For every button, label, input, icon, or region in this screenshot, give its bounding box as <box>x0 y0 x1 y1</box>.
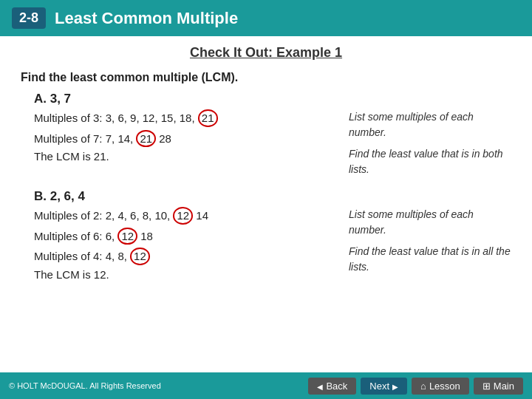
copyright-text: © HOLT McDOUGAL. All Rights Reserved <box>9 381 161 390</box>
circled-12-b: 12 <box>117 228 137 245</box>
part-a-line1: Multiples of 3: 3, 6, 9, 12, 15, 18, 21 <box>34 109 341 127</box>
next-arrow-icon <box>392 381 398 392</box>
part-a-note1: List some multiples of each number. <box>349 109 511 140</box>
next-button[interactable]: Next <box>361 378 407 395</box>
part-b-left: Multiples of 2: 2, 4, 6, 8, 10, 12 14 Mu… <box>21 207 341 284</box>
section-title: Check It Out: Example 1 <box>21 45 511 61</box>
part-a-left: Multiples of 3: 3, 6, 9, 12, 15, 18, 21 … <box>21 109 341 183</box>
footer: © HOLT McDOUGAL. All Rights Reserved Bac… <box>0 372 532 399</box>
part-a-right: List some multiples of each number. Find… <box>341 109 511 183</box>
back-arrow-icon <box>317 381 323 392</box>
back-button[interactable]: Back <box>308 378 356 395</box>
lesson-button[interactable]: Lesson <box>412 378 469 395</box>
part-a-label: A. 3, 7 <box>21 92 511 106</box>
lesson-badge: 2-8 <box>12 7 46 29</box>
circled-12-c: 12 <box>130 248 150 265</box>
part-a-line2: Multiples of 7: 7, 14, 21 28 <box>34 130 341 148</box>
part-b-content: Multiples of 2: 2, 4, 6, 8, 10, 12 14 Mu… <box>21 207 511 284</box>
part-b-note2: Find the least value that is in all the … <box>349 244 511 275</box>
circled-21-b: 21 <box>136 130 156 148</box>
problem-intro: Find the least common multiple (LCM). <box>21 71 511 84</box>
main-button[interactable]: Main <box>474 378 523 395</box>
main-content: Check It Out: Example 1 Find the least c… <box>0 36 532 284</box>
part-a-lcm: The LCM is 21. <box>34 150 341 163</box>
header: 2-8 Least Common Multiple <box>0 0 532 36</box>
part-b-lcm: The LCM is 12. <box>34 268 341 281</box>
main-grid-icon <box>482 381 491 392</box>
part-b-label: B. 2, 6, 4 <box>21 189 511 204</box>
part-b-right: List some multiples of each number. Find… <box>341 207 511 284</box>
part-a-note2: Find the least value that is in both lis… <box>349 146 511 177</box>
part-b: B. 2, 6, 4 Multiples of 2: 2, 4, 6, 8, 1… <box>21 189 511 284</box>
lesson-home-icon <box>420 381 426 392</box>
circled-21-a: 21 <box>198 109 218 127</box>
part-b-line3: Multiples of 4: 4, 8, 12 <box>34 248 341 265</box>
circled-12-a: 12 <box>173 207 193 225</box>
part-a-content: Multiples of 3: 3, 6, 9, 12, 15, 18, 21 … <box>21 109 511 183</box>
footer-nav: Back Next Lesson Main <box>308 378 523 395</box>
page-title: Least Common Multiple <box>55 9 238 28</box>
part-a: A. 3, 7 Multiples of 3: 3, 6, 9, 12, 15,… <box>21 92 511 183</box>
part-b-line2: Multiples of 6: 6, 12 18 <box>34 228 341 245</box>
part-b-line1: Multiples of 2: 2, 4, 6, 8, 10, 12 14 <box>34 207 341 225</box>
part-b-note1: List some multiples of each number. <box>349 207 511 238</box>
